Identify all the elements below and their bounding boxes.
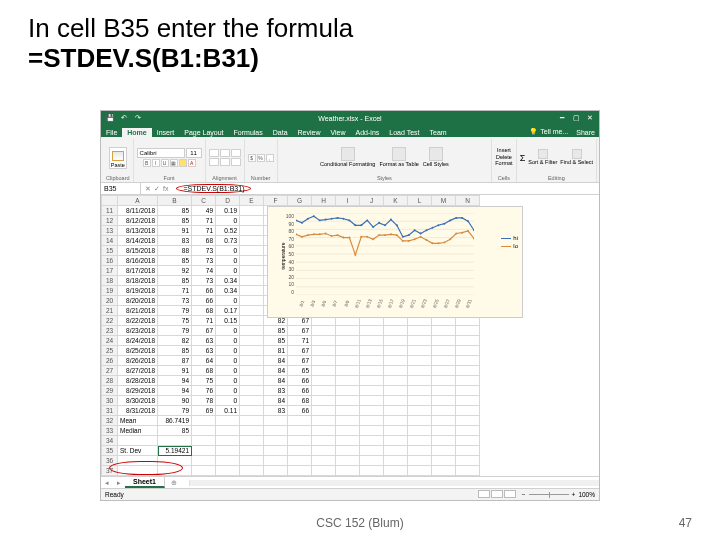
- insert-cells-button[interactable]: Insert: [497, 148, 511, 154]
- chart-legend: hi lo: [501, 235, 518, 251]
- svg-point-58: [390, 233, 392, 235]
- tab-addins[interactable]: Add-ins: [351, 128, 385, 137]
- zoom-in-icon[interactable]: +: [572, 491, 576, 498]
- svg-point-57: [384, 234, 386, 236]
- undo-icon[interactable]: ↶: [119, 113, 129, 123]
- new-sheet-icon[interactable]: ⊕: [165, 479, 183, 487]
- cancel-formula-icon[interactable]: ✕: [145, 185, 151, 193]
- fx-icon[interactable]: fx: [163, 185, 168, 193]
- italic-button[interactable]: I: [152, 159, 160, 167]
- align-buttons[interactable]: [209, 149, 241, 166]
- svg-point-48: [331, 235, 333, 237]
- table-row[interactable]: 32Mean86.7419: [102, 416, 480, 426]
- formula-input[interactable]: =STDEV.S(B1:B31): [172, 184, 599, 193]
- table-row[interactable]: 258/25/2018856308167: [102, 346, 480, 356]
- tab-nav-prev-icon[interactable]: ◂: [101, 479, 113, 487]
- svg-point-39: [461, 217, 463, 219]
- table-row[interactable]: 35St. Dev5.19421: [102, 446, 480, 456]
- bold-button[interactable]: B: [143, 159, 151, 167]
- worksheet-grid[interactable]: ABCDEFGHIJKLMN118/11/201885490.19128/12/…: [101, 195, 599, 476]
- svg-point-32: [420, 233, 422, 235]
- svg-point-45: [313, 233, 315, 235]
- sheet-tab[interactable]: Sheet1: [125, 477, 165, 488]
- svg-point-46: [319, 233, 321, 235]
- fill-color-button[interactable]: [179, 159, 187, 167]
- save-icon[interactable]: 💾: [105, 113, 115, 123]
- status-bar: Ready − + 100%: [101, 488, 599, 500]
- find-select-button[interactable]: Find & Select: [560, 149, 593, 166]
- svg-point-67: [443, 242, 445, 244]
- font-color-button[interactable]: A: [188, 159, 196, 167]
- conditional-formatting-button[interactable]: Conditional Formatting: [320, 147, 375, 168]
- sort-filter-button[interactable]: Sort & Filter: [528, 149, 557, 166]
- tab-home[interactable]: Home: [122, 128, 151, 137]
- table-row[interactable]: 298/29/2018947608366: [102, 386, 480, 396]
- window-titlebar[interactable]: 💾 ↶ ↷ Weather.xlsx - Excel ━ ▢ ✕: [101, 111, 599, 125]
- svg-point-13: [307, 218, 309, 220]
- tell-me[interactable]: 💡 Tell me...: [525, 127, 572, 137]
- group-cells: Insert Delete Format Cells: [492, 139, 516, 182]
- format-as-table-button[interactable]: Format as Table: [379, 147, 418, 168]
- font-name[interactable]: Calibri: [137, 148, 185, 158]
- table-row[interactable]: 238/23/2018796708567: [102, 326, 480, 336]
- comma-button[interactable]: ,: [266, 154, 274, 162]
- tab-formulas[interactable]: Formulas: [229, 128, 268, 137]
- tab-loadtest[interactable]: Load Test: [384, 128, 424, 137]
- enter-formula-icon[interactable]: ✓: [154, 185, 160, 193]
- svg-point-14: [313, 215, 315, 217]
- close-icon[interactable]: ✕: [585, 113, 595, 123]
- underline-button[interactable]: U: [161, 159, 169, 167]
- svg-point-63: [420, 236, 422, 238]
- table-row[interactable]: 308/30/2018907808468: [102, 396, 480, 406]
- name-box[interactable]: B35: [101, 183, 141, 194]
- tab-page-layout[interactable]: Page Layout: [179, 128, 228, 137]
- autosum-icon[interactable]: Σ: [520, 153, 526, 163]
- cell-styles-button[interactable]: Cell Styles: [423, 147, 449, 168]
- table-row[interactable]: 33Median85: [102, 426, 480, 436]
- tab-team[interactable]: Team: [425, 128, 452, 137]
- svg-point-61: [408, 240, 410, 242]
- redo-icon[interactable]: ↷: [133, 113, 143, 123]
- tab-data[interactable]: Data: [268, 128, 293, 137]
- svg-point-65: [431, 242, 433, 244]
- svg-point-68: [449, 238, 451, 240]
- table-row[interactable]: 288/28/2018947508466: [102, 376, 480, 386]
- horizontal-scrollbar[interactable]: [189, 480, 599, 486]
- chart-y-ticks: 1009080706050403020100: [282, 213, 294, 295]
- share-button[interactable]: Share: [572, 128, 599, 137]
- svg-point-25: [378, 222, 380, 224]
- group-editing: Σ Sort & Filter Find & Select Editing: [517, 139, 597, 182]
- tab-view[interactable]: View: [326, 128, 351, 137]
- tab-file[interactable]: File: [101, 128, 122, 137]
- table-row[interactable]: 268/26/2018876408467: [102, 356, 480, 366]
- currency-button[interactable]: $: [248, 154, 256, 162]
- table-row[interactable]: 248/24/2018826308571: [102, 336, 480, 346]
- paste-button[interactable]: Paste: [109, 147, 127, 169]
- title-line-1: In cell B35 enter the formula: [28, 14, 692, 44]
- font-size[interactable]: 11: [186, 148, 202, 158]
- svg-point-24: [372, 226, 374, 228]
- tab-insert[interactable]: Insert: [152, 128, 180, 137]
- table-row[interactable]: 278/27/2018916808465: [102, 366, 480, 376]
- view-buttons[interactable]: [477, 490, 516, 499]
- tab-nav-next-icon[interactable]: ▸: [113, 479, 125, 487]
- svg-point-33: [426, 229, 428, 231]
- zoom-slider[interactable]: [529, 494, 569, 495]
- border-button[interactable]: ▦: [170, 159, 178, 167]
- svg-point-30: [408, 234, 410, 236]
- tab-review[interactable]: Review: [293, 128, 326, 137]
- embedded-chart[interactable]: temperature 1009080706050403020100 hi lo…: [267, 206, 523, 318]
- group-number: $%, Number: [245, 139, 278, 182]
- table-row[interactable]: 34: [102, 436, 480, 446]
- group-font: Calibri11 B I U ▦ A Font: [134, 139, 206, 182]
- svg-point-70: [461, 232, 463, 234]
- format-cells-button[interactable]: Format: [495, 161, 512, 167]
- zoom-out-icon[interactable]: −: [522, 491, 526, 498]
- maximize-icon[interactable]: ▢: [571, 113, 581, 123]
- percent-button[interactable]: %: [257, 154, 265, 162]
- table-row[interactable]: 318/31/201879690.118366: [102, 406, 480, 416]
- svg-point-28: [396, 224, 398, 226]
- svg-point-18: [337, 217, 339, 219]
- minimize-icon[interactable]: ━: [557, 113, 567, 123]
- zoom-value[interactable]: 100%: [578, 491, 595, 498]
